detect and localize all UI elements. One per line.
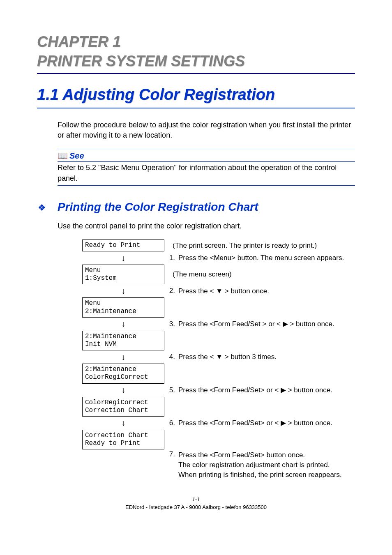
step-number-3: 3. — [164, 320, 175, 328]
down-arrow-icon: ↓ — [82, 418, 164, 428]
lcd-note-0: (The print screen. The printer is ready … — [173, 242, 317, 250]
arrow-row-1: ↓ 1. Press the <Menu> button. The menu s… — [82, 252, 355, 264]
section-underline — [37, 108, 355, 108]
subsection-intro: Use the control panel to print the color… — [58, 221, 355, 231]
chapter-divider — [37, 73, 355, 74]
lcd-row-2: Menu 2:Maintenance — [82, 297, 355, 317]
down-arrow-icon: ↓ — [82, 319, 164, 329]
lcd-display: 2:Maintenance ColorRegiCorrect — [82, 364, 164, 383]
arrow-row-4: ↓ 4. Press the < ▼ > button 3 times. — [82, 351, 355, 363]
lcd-display: Menu 1:System — [82, 265, 164, 284]
lcd-row-0: Ready to Print (The print screen. The pr… — [82, 240, 355, 251]
arrow-row-3: ↓ 3. Press the <Form Feed/Set > or < ▶ >… — [82, 318, 355, 330]
step-number-2: 2. — [164, 287, 175, 295]
step-text-6: Press the <Form Feed/Set> or < ▶ > butto… — [178, 418, 332, 428]
arrow-row-6: ↓ 6. Press the <Form Feed/Set> or < ▶ > … — [82, 417, 355, 429]
subsection-title: Printing the Color Registration Chart — [58, 200, 258, 214]
see-header: 📖See — [58, 151, 355, 162]
lcd-display: Ready to Print — [82, 240, 164, 251]
step-number-4: 4. — [164, 353, 175, 361]
step-number-7: 7. — [164, 450, 175, 458]
step-text-1: Press the <Menu> button. The menu screen… — [178, 253, 344, 263]
step-row-7: 7. Press the <Form Feed/Set> button once… — [82, 450, 355, 479]
lcd-note-1: (The menu screen) — [173, 270, 232, 279]
step-text-4: Press the < ▼ > button 3 times. — [178, 352, 277, 362]
lcd-display: Menu 2:Maintenance — [82, 297, 164, 317]
see-label: See — [69, 151, 84, 160]
step7-line2: The color registration adjustment chart … — [178, 461, 330, 469]
page-footer: EDNord - Istedgade 37 A - 9000 Aalborg -… — [37, 504, 355, 510]
step7-line1: Press the <Form Feed/Set> button once. — [178, 451, 305, 459]
section-title: 1.1 Adjusting Color Registration — [37, 85, 355, 104]
lcd-row-1: Menu 1:System (The menu screen) — [82, 265, 355, 284]
step-text-3: Press the <Form Feed/Set > or < ▶ > butt… — [178, 319, 334, 329]
lcd-display: 2:Maintenance Init NVM — [82, 331, 164, 350]
down-arrow-icon: ↓ — [82, 385, 164, 395]
step-number-6: 6. — [164, 419, 175, 427]
arrow-row-2: ↓ 2. Press the < ▼ > button once. — [82, 285, 355, 297]
chapter-line2: PRINTER SYSTEM SETTINGS — [37, 52, 355, 70]
section-intro: Follow the procedure below to adjust the… — [58, 120, 355, 140]
diamond-icon: ❖ — [38, 203, 46, 213]
chapter-line1: CHAPTER 1 — [37, 33, 355, 51]
steps-container: Ready to Print (The print screen. The pr… — [82, 240, 355, 480]
lcd-row-4: 2:Maintenance ColorRegiCorrect — [82, 364, 355, 383]
step-text-2: Press the < ▼ > button once. — [178, 286, 269, 296]
subsection-row: ❖ Printing the Color Registration Chart — [37, 200, 355, 214]
see-block: 📖See Refer to 5.2 "Basic Menu Operation"… — [58, 149, 355, 185]
page-container: CHAPTER 1 PRINTER SYSTEM SETTINGS 1.1 Ad… — [0, 0, 392, 527]
lcd-row-5: ColorRegiCorrect Correction Chart — [82, 397, 355, 417]
step-number-1: 1. — [164, 254, 175, 262]
book-icon: 📖 — [58, 151, 68, 160]
page-number: 1-1 — [37, 496, 355, 502]
step7-line3: When printing is finished, the print scr… — [178, 471, 342, 479]
see-body: Refer to 5.2 "Basic Menu Operation" for … — [58, 163, 355, 183]
lcd-row-3: 2:Maintenance Init NVM — [82, 331, 355, 350]
lcd-display: Correction Chart Ready to Print — [82, 430, 164, 449]
arrow-row-5: ↓ 5. Press the <Form Feed/Set> or < ▶ > … — [82, 385, 355, 396]
down-arrow-icon: ↓ — [82, 286, 164, 296]
step-number-5: 5. — [164, 386, 175, 394]
lcd-row-6: Correction Chart Ready to Print — [82, 430, 355, 449]
lcd-display: ColorRegiCorrect Correction Chart — [82, 397, 164, 417]
step-text-5: Press the <Form Feed/Set> or < ▶ > butto… — [178, 385, 332, 395]
down-arrow-icon: ↓ — [82, 352, 164, 362]
step-text-7: Press the <Form Feed/Set> button once. T… — [178, 450, 342, 479]
down-arrow-icon: ↓ — [82, 253, 164, 263]
